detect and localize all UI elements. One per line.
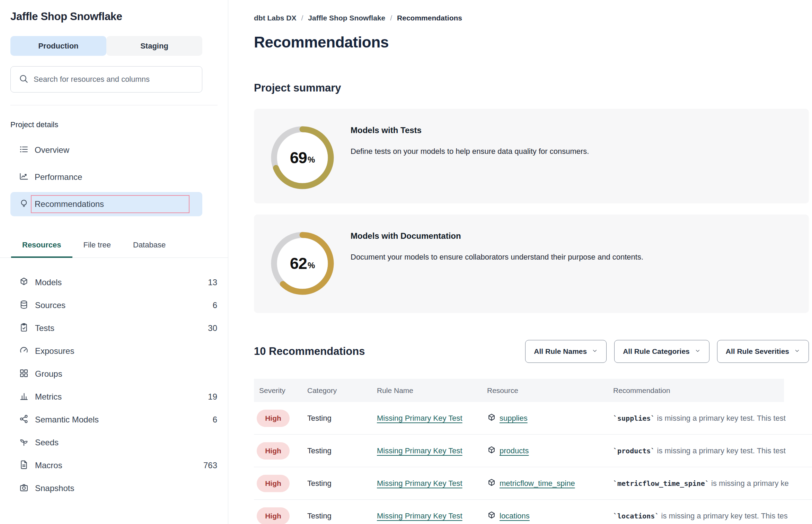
resource-code: `locations` (613, 512, 659, 520)
tab-production[interactable]: Production (10, 36, 106, 56)
tab-resources[interactable]: Resources (11, 234, 72, 258)
sidebar-item-snapshots[interactable]: Snapshots (10, 477, 217, 500)
recommendation-text: is missing a primary key test. This test (655, 414, 785, 422)
table-row: High Testing Missing Primary Key Test lo… (254, 500, 812, 524)
breadcrumb-separator: / (301, 13, 303, 23)
recommendation-cell: `metricflow_time_spine` is missing a pri… (613, 479, 812, 488)
sidebar: Jaffle Shop Snowflake Production Staging… (0, 0, 228, 524)
recommendation-cell: `products` is missing a primary key test… (613, 446, 812, 455)
project-details-label: Project details (10, 120, 218, 130)
sidebar-item-label: Recommendations (35, 199, 104, 209)
bar-chart-icon (19, 391, 29, 402)
resource-link[interactable]: supplies (500, 414, 528, 423)
resource-code: `supplies` (613, 414, 655, 422)
tab-file-tree[interactable]: File tree (72, 234, 122, 258)
sprout-icon (19, 437, 29, 448)
rule-name-link[interactable]: Missing Primary Key Test (377, 414, 462, 422)
resource-label: Models (35, 278, 62, 287)
column-header-recommendation: Recommendation (613, 386, 784, 395)
sidebar-item-label: Overview (35, 145, 69, 155)
main-content: dbt Labs DX / Jaffle Shop Snowflake / Re… (228, 0, 812, 524)
resource-link[interactable]: products (500, 446, 529, 455)
sidebar-item-seeds[interactable]: Seeds (10, 431, 217, 454)
tab-database[interactable]: Database (122, 234, 177, 258)
rule-name-link[interactable]: Missing Primary Key Test (377, 512, 462, 520)
recommendation-cell: `supplies` is missing a primary key test… (613, 414, 812, 423)
rule-name-link[interactable]: Missing Primary Key Test (377, 479, 462, 488)
summary-card-models-with-documentation: 62 % Models with Documentation Document … (254, 215, 809, 313)
share-network-icon (19, 414, 29, 425)
sidebar-item-models[interactable]: Models 13 (10, 271, 217, 294)
resource-code: `metricflow_time_spine` (613, 479, 709, 488)
recommendation-text: is missing a primary key test. This test (655, 446, 785, 455)
breadcrumb-item-current: Recommendations (397, 13, 462, 23)
database-icon (19, 300, 29, 311)
search-box[interactable] (10, 66, 202, 93)
recommendations-header: 10 Recommendations All Rule Names All Ru… (254, 340, 809, 363)
resource-count: 19 (208, 392, 217, 402)
cube-icon (487, 413, 496, 423)
summary-card-models-with-tests: 69 % Models with Tests Define tests on y… (254, 109, 809, 203)
table-row: High Testing Missing Primary Key Test me… (254, 467, 812, 500)
resource-view-tabs: Resources File tree Database (0, 234, 228, 258)
rule-name-link[interactable]: Missing Primary Key Test (377, 446, 462, 455)
breadcrumb-item[interactable]: dbt Labs DX (254, 13, 297, 23)
sidebar-divider (10, 105, 218, 105)
table-row: High Testing Missing Primary Key Test pr… (254, 435, 812, 467)
clipboard-check-icon (19, 323, 29, 334)
sidebar-item-overview[interactable]: Overview (10, 138, 202, 162)
breadcrumb-separator: / (390, 13, 392, 23)
filter-rule-severities-dropdown[interactable]: All Rule Severities (717, 340, 809, 363)
sidebar-item-performance[interactable]: Performance (10, 165, 202, 189)
resource-link[interactable]: metricflow_time_spine (500, 479, 575, 488)
sidebar-item-macros[interactable]: Macros 763 (10, 454, 217, 477)
sidebar-item-semantic-models[interactable]: Semantic Models 6 (10, 408, 217, 431)
cube-icon (487, 511, 496, 521)
search-input[interactable] (34, 75, 194, 84)
camera-icon (19, 483, 29, 494)
severity-badge: High (257, 442, 290, 460)
cube-icon (487, 446, 496, 456)
resource-link[interactable]: locations (500, 512, 530, 521)
column-header-rule-name: Rule Name (377, 386, 487, 395)
breadcrumb-item[interactable]: Jaffle Shop Snowflake (308, 13, 385, 23)
sidebar-item-sources[interactable]: Sources 6 (10, 294, 217, 317)
sidebar-item-recommendations[interactable]: Recommendations (10, 192, 202, 216)
search-icon (18, 73, 29, 85)
chevron-down-icon (794, 347, 800, 356)
donut-percent-value: 69 (290, 148, 307, 167)
resource-count: 30 (208, 323, 217, 333)
donut-percent-sign: % (308, 155, 315, 165)
donut-percent-value: 62 (290, 254, 307, 273)
list-icon (19, 145, 29, 156)
card-description: Document your models to ensure collabora… (351, 252, 643, 262)
resource-count: 13 (208, 278, 217, 287)
project-summary-heading: Project summary (254, 81, 812, 95)
filter-rule-names-dropdown[interactable]: All Rule Names (525, 340, 607, 363)
resource-label: Tests (35, 323, 54, 333)
chevron-down-icon (592, 347, 598, 356)
category-cell: Testing (307, 479, 377, 488)
column-header-resource: Resource (487, 386, 613, 395)
filter-rule-categories-dropdown[interactable]: All Rule Categories (614, 340, 709, 363)
project-title: Jaffle Shop Snowflake (10, 10, 218, 24)
card-title: Models with Documentation (351, 230, 643, 242)
resource-label: Snapshots (35, 483, 74, 493)
sidebar-item-exposures[interactable]: Exposures (10, 340, 217, 363)
sidebar-item-metrics[interactable]: Metrics 19 (10, 385, 217, 408)
resource-list: Models 13 Sources 6 Tests 30 Exposures (0, 271, 228, 500)
column-header-category: Category (307, 386, 377, 395)
project-nav: Overview Performance Recommendations (10, 138, 218, 216)
breadcrumb: dbt Labs DX / Jaffle Shop Snowflake / Re… (254, 13, 812, 23)
tab-staging[interactable]: Staging (106, 36, 202, 56)
resource-label: Metrics (35, 392, 62, 402)
recommendation-cell: `locations` is missing a primary key tes… (613, 512, 812, 521)
card-description: Define tests on your models to help ensu… (351, 146, 589, 157)
severity-badge: High (257, 475, 290, 492)
table-row: High Testing Missing Primary Key Test su… (254, 402, 812, 435)
category-cell: Testing (307, 512, 377, 521)
sidebar-item-groups[interactable]: Groups (10, 363, 217, 385)
sidebar-item-tests[interactable]: Tests 30 (10, 317, 217, 340)
resource-label: Exposures (35, 346, 74, 356)
resource-count: 6 (213, 300, 217, 310)
